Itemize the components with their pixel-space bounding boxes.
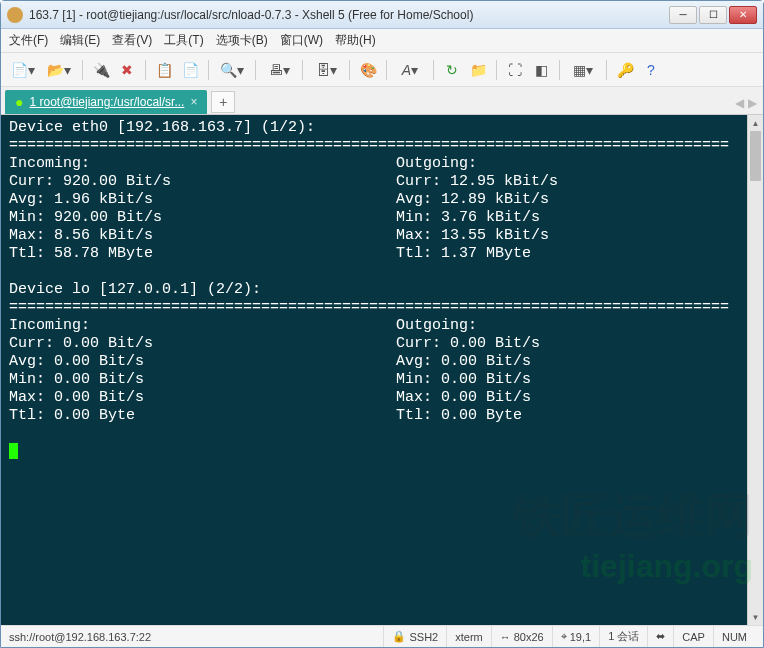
help-icon[interactable]: ?	[640, 59, 662, 81]
eth0-in-min: Min: 920.00 Bit/s	[9, 209, 162, 226]
font-icon[interactable]: A▾	[394, 59, 426, 81]
paste-icon[interactable]: 📄	[179, 59, 201, 81]
status-protocol: 🔒SSH2	[383, 626, 446, 647]
lock-icon: 🔒	[392, 630, 406, 643]
tab-prev-icon[interactable]: ◀	[735, 96, 744, 110]
separator	[606, 60, 607, 80]
status-size: ↔ 80x26	[491, 626, 552, 647]
status-term-type: xterm	[446, 626, 491, 647]
eth0-in-ttl: Ttl: 58.78 MByte	[9, 245, 153, 262]
menu-file[interactable]: 文件(F)	[9, 32, 48, 49]
cursor-pos-icon: ⌖	[561, 630, 567, 643]
status-conn-indicator: ⬌	[647, 626, 673, 647]
menu-tabs[interactable]: 选项卡(B)	[216, 32, 268, 49]
separator	[302, 60, 303, 80]
lo-out-curr: Curr: 0.00 Bit/s	[396, 335, 540, 352]
separator	[496, 60, 497, 80]
menu-edit[interactable]: 编辑(E)	[60, 32, 100, 49]
scroll-up-icon[interactable]: ▲	[748, 115, 763, 131]
disconnect-icon[interactable]: ✖	[116, 59, 138, 81]
scroll-down-icon[interactable]: ▼	[748, 609, 763, 625]
eth0-in-avg: Avg: 1.96 kBit/s	[9, 191, 153, 208]
eth0-in-max: Max: 8.56 kBit/s	[9, 227, 153, 244]
fullscreen-icon[interactable]: ⛶	[504, 59, 526, 81]
maximize-button[interactable]: ☐	[699, 6, 727, 24]
menu-view[interactable]: 查看(V)	[112, 32, 152, 49]
reconnect-icon[interactable]: 🔌	[90, 59, 112, 81]
menubar: 文件(F) 编辑(E) 查看(V) 工具(T) 选项卡(B) 窗口(W) 帮助(…	[1, 29, 763, 53]
nload-header-eth0: Device eth0 [192.168.163.7] (1/2):	[9, 119, 315, 136]
layout-icon[interactable]: ▦▾	[567, 59, 599, 81]
eth0-out-ttl: Ttl: 1.37 MByte	[396, 245, 531, 262]
separator	[559, 60, 560, 80]
status-num: NUM	[713, 626, 755, 647]
rule: ========================================…	[9, 137, 729, 154]
connected-icon: ●	[15, 94, 23, 110]
lo-in-ttl: Ttl: 0.00 Byte	[9, 407, 135, 424]
incoming-label: Incoming:	[9, 155, 90, 172]
outgoing-label: Outgoing:	[396, 155, 477, 172]
tab-next-icon[interactable]: ▶	[748, 96, 757, 110]
lo-out-max: Max: 0.00 Bit/s	[396, 389, 531, 406]
menu-tools[interactable]: 工具(T)	[164, 32, 203, 49]
rule: ========================================…	[9, 299, 729, 316]
status-caps: CAP	[673, 626, 713, 647]
close-button[interactable]: ✕	[729, 6, 757, 24]
xftp-icon[interactable]: 📁	[467, 59, 489, 81]
key-icon[interactable]: 🔑	[614, 59, 636, 81]
tab-session-1[interactable]: ● 1 root@tiejiang:/usr/local/sr... ×	[5, 90, 207, 114]
status-cursor-pos: ⌖ 19,1	[552, 626, 599, 647]
color-scheme-icon[interactable]: 🎨	[357, 59, 379, 81]
separator	[208, 60, 209, 80]
status-connection: ssh://root@192.168.163.7:22	[9, 631, 383, 643]
tab-close-icon[interactable]: ×	[190, 95, 197, 109]
eth0-out-curr: Curr: 12.95 kBit/s	[396, 173, 558, 190]
resize-icon: ↔	[500, 631, 511, 643]
lo-in-max: Max: 0.00 Bit/s	[9, 389, 144, 406]
nload-header-lo: Device lo [127.0.0.1] (2/2):	[9, 281, 261, 298]
print-icon[interactable]: 🖶▾	[263, 59, 295, 81]
eth0-out-avg: Avg: 12.89 kBit/s	[396, 191, 549, 208]
eth0-in-curr: Curr: 920.00 Bit/s	[9, 173, 171, 190]
incoming-label: Incoming:	[9, 317, 90, 334]
new-session-icon[interactable]: 📄▾	[7, 59, 39, 81]
toolbar: 📄▾ 📂▾ 🔌 ✖ 📋 📄 🔍▾ 🖶▾ 🗄▾ 🎨 A▾ ↻ 📁 ⛶ ◧ ▦▾ 🔑…	[1, 53, 763, 87]
lo-in-curr: Curr: 0.00 Bit/s	[9, 335, 153, 352]
menu-help[interactable]: 帮助(H)	[335, 32, 376, 49]
properties-icon[interactable]: 🗄▾	[310, 59, 342, 81]
lo-in-min: Min: 0.00 Bit/s	[9, 371, 144, 388]
separator	[349, 60, 350, 80]
lo-in-avg: Avg: 0.00 Bit/s	[9, 353, 144, 370]
tabbar: ● 1 root@tiejiang:/usr/local/sr... × + ◀…	[1, 87, 763, 115]
minimize-button[interactable]: ─	[669, 6, 697, 24]
tab-label: 1 root@tiejiang:/usr/local/sr...	[29, 95, 184, 109]
new-tab-button[interactable]: +	[211, 91, 235, 113]
separator	[386, 60, 387, 80]
titlebar[interactable]: 163.7 [1] - root@tiejiang:/usr/local/src…	[1, 1, 763, 29]
copy-icon[interactable]: 📋	[153, 59, 175, 81]
lo-out-min: Min: 0.00 Bit/s	[396, 371, 531, 388]
eth0-out-min: Min: 3.76 kBit/s	[396, 209, 540, 226]
transparency-icon[interactable]: ◧	[530, 59, 552, 81]
statusbar: ssh://root@192.168.163.7:22 🔒SSH2 xterm …	[1, 625, 763, 647]
lo-out-avg: Avg: 0.00 Bit/s	[396, 353, 531, 370]
separator	[433, 60, 434, 80]
terminal[interactable]: Device eth0 [192.168.163.7] (1/2): =====…	[1, 115, 763, 625]
outgoing-label: Outgoing:	[396, 317, 477, 334]
separator	[145, 60, 146, 80]
open-icon[interactable]: 📂▾	[43, 59, 75, 81]
separator	[82, 60, 83, 80]
lo-out-ttl: Ttl: 0.00 Byte	[396, 407, 522, 424]
transfer-icon[interactable]: ↻	[441, 59, 463, 81]
link-icon: ⬌	[656, 630, 665, 643]
terminal-area: Device eth0 [192.168.163.7] (1/2): =====…	[1, 115, 763, 625]
separator	[255, 60, 256, 80]
status-sessions: 1 会话	[599, 626, 647, 647]
app-icon	[7, 7, 23, 23]
find-icon[interactable]: 🔍▾	[216, 59, 248, 81]
vertical-scrollbar[interactable]: ▲ ▼	[747, 115, 763, 625]
window-title: 163.7 [1] - root@tiejiang:/usr/local/src…	[29, 8, 669, 22]
scroll-thumb[interactable]	[750, 131, 761, 181]
menu-window[interactable]: 窗口(W)	[280, 32, 323, 49]
terminal-cursor	[9, 443, 18, 459]
